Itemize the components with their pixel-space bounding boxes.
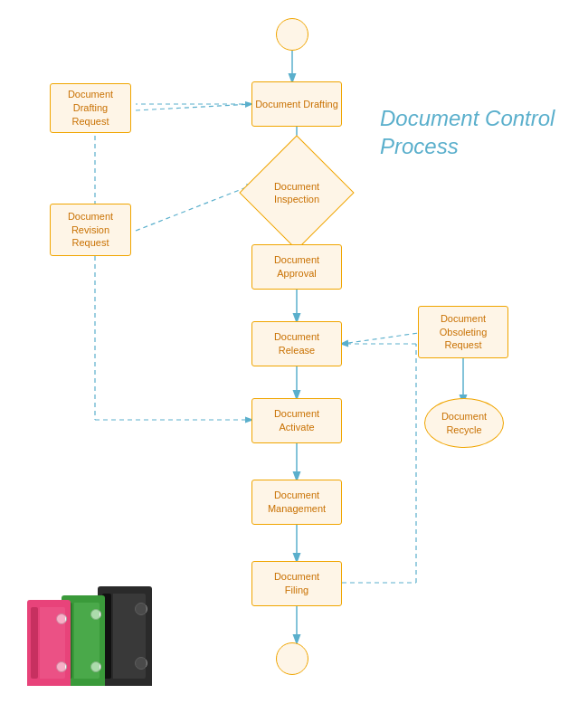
document-release-box: DocumentRelease bbox=[251, 321, 342, 366]
document-activate-label: DocumentActivate bbox=[274, 407, 319, 434]
revision-request-box: DocumentRevisionRequest bbox=[50, 204, 131, 256]
document-approval-label: DocumentApproval bbox=[274, 253, 319, 280]
end-circle bbox=[276, 642, 308, 675]
binder-illustration bbox=[18, 577, 163, 686]
document-release-label: DocumentRelease bbox=[274, 330, 319, 357]
diagram-container: Document Drafting DocumentInspection Doc… bbox=[0, 0, 588, 713]
document-filing-label: DocumentFiling bbox=[274, 570, 319, 597]
document-filing-box: DocumentFiling bbox=[251, 561, 342, 606]
svg-line-11 bbox=[136, 185, 253, 231]
start-circle bbox=[276, 18, 308, 51]
obsoleting-request-label: DocumentObsoletingRequest bbox=[440, 312, 488, 353]
document-recycle-oval: DocumentRecycle bbox=[424, 398, 504, 448]
revision-request-label: DocumentRevisionRequest bbox=[68, 210, 113, 251]
drafting-request-box: DocumentDraftingRequest bbox=[50, 83, 131, 133]
svg-line-8 bbox=[136, 104, 251, 110]
document-activate-box: DocumentActivate bbox=[251, 398, 342, 443]
obsoleting-request-box: DocumentObsoletingRequest bbox=[418, 306, 508, 358]
document-recycle-label: DocumentRecycle bbox=[441, 410, 487, 437]
document-inspection-label: DocumentInspection bbox=[274, 180, 319, 206]
document-management-box: DocumentManagement bbox=[251, 480, 342, 525]
document-drafting-box: Document Drafting bbox=[251, 81, 342, 127]
document-approval-box: DocumentApproval bbox=[251, 244, 342, 290]
svg-line-14 bbox=[342, 332, 425, 344]
document-management-label: DocumentManagement bbox=[268, 489, 326, 516]
drafting-request-label: DocumentDraftingRequest bbox=[68, 88, 113, 128]
document-inspection-diamond: DocumentInspection bbox=[253, 149, 340, 236]
document-drafting-label: Document Drafting bbox=[255, 98, 338, 111]
diagram-title: Document Control Process bbox=[380, 104, 588, 160]
